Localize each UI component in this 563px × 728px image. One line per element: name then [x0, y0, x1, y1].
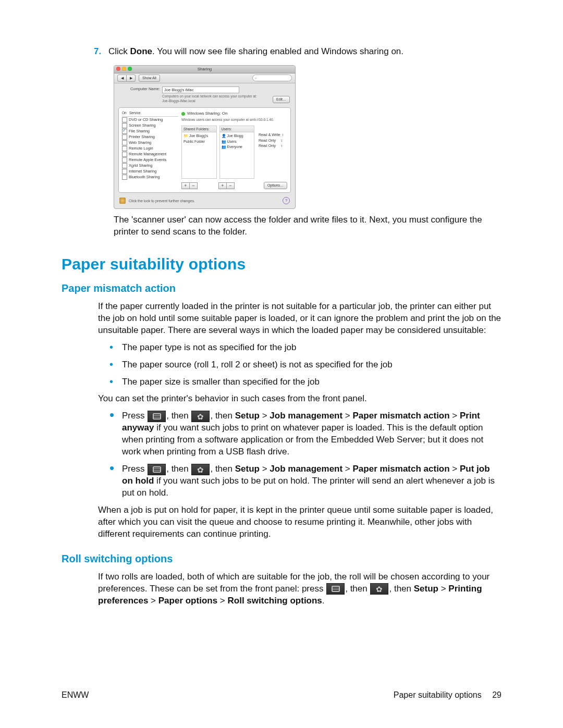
gear-panel-icon — [191, 464, 210, 475]
service-item[interactable]: Internet Sharing — [122, 168, 178, 174]
then-3b: , then — [389, 584, 413, 594]
computer-name-field[interactable]: Joe Blogg's iMac — [162, 87, 239, 93]
path-jobmgmt: Job management — [270, 464, 342, 474]
tail-1: if you want such jobs to print on whatev… — [122, 423, 483, 456]
mac-toolbar: ◀ ▶ Show All ⌕ — [114, 73, 295, 83]
folders-body[interactable]: 📁 Joe Blogg's Public Folder — [182, 132, 216, 178]
bullet-paper-type: The paper type is not as specified for t… — [109, 342, 501, 354]
folders-plusminus: +− — [181, 182, 198, 189]
service-checkbox[interactable] — [122, 123, 127, 128]
perm-row[interactable]: Read Only ⫶ — [259, 138, 286, 144]
service-checkbox[interactable] — [122, 169, 127, 174]
users-body: 👤 Joe Blogg👥 Users👥 Everyone — [220, 132, 254, 178]
path-paper-options: Paper options — [158, 596, 217, 606]
service-item[interactable]: Bluetooth Sharing — [122, 174, 178, 180]
then-2a: , then — [166, 464, 191, 474]
service-label: DVD or CD Sharing — [129, 117, 163, 122]
mismatch-p3: When a job is put on hold for paper, it … — [98, 504, 501, 540]
mismatch-bullets: The paper type is not as specified for t… — [109, 342, 501, 388]
options-button[interactable]: Options… — [264, 182, 287, 189]
service-item[interactable]: Screen Sharing — [122, 122, 178, 128]
heading-paper-suitability: Paper suitability options — [62, 254, 501, 275]
service-checkbox[interactable] — [122, 134, 127, 140]
minimize-icon[interactable] — [122, 67, 126, 71]
service-checkbox[interactable] — [122, 152, 127, 157]
service-item[interactable]: DVD or CD Sharing — [122, 117, 178, 122]
service-checkbox[interactable] — [122, 175, 127, 180]
bullet-paper-size: The paper size is smaller than specified… — [109, 376, 501, 388]
status-line: Windows Sharing: On — [181, 111, 287, 117]
tables-row: Shared Folders: 📁 Joe Blogg's Public Fol… — [181, 126, 287, 179]
perm-row[interactable]: Read & Write ⫶ — [259, 132, 286, 138]
service-label: Bluetooth Sharing — [129, 175, 160, 180]
user-row[interactable]: 👤 Joe Blogg — [222, 133, 253, 139]
service-item[interactable]: Remote Management — [122, 151, 178, 157]
service-item[interactable]: Xgrid Sharing — [122, 163, 178, 168]
mac-titlebar: Sharing — [114, 66, 295, 73]
gt: > — [148, 596, 158, 606]
users-plusminus: +− — [218, 182, 235, 189]
mismatch-p1: If the paper currently loaded in the pri… — [98, 301, 501, 337]
lock-icon[interactable] — [119, 198, 126, 204]
close-icon[interactable] — [116, 67, 120, 71]
shared-folders-box: Shared Folders: 📁 Joe Blogg's Public Fol… — [181, 126, 217, 179]
after-screenshot-text: The 'scanner user' can now access the fo… — [114, 214, 501, 238]
zoom-icon[interactable] — [128, 67, 132, 71]
perm-row[interactable]: Read Only ⫶ — [259, 143, 286, 149]
service-label: Xgrid Sharing — [129, 163, 152, 168]
gear-panel-icon — [191, 411, 210, 422]
computer-name-label: Computer Name: — [119, 87, 160, 92]
gt: > — [260, 411, 270, 421]
show-all-button[interactable]: Show All — [139, 75, 160, 82]
services-column: On Service DVD or CD SharingScreen Shari… — [122, 111, 178, 189]
service-checkbox[interactable] — [122, 129, 127, 134]
step-bold: Done — [130, 46, 153, 56]
computer-name-sub: Computers on your local network can acce… — [162, 94, 261, 104]
users-head: Users: — [220, 126, 254, 132]
forward-button[interactable]: ▶ — [127, 75, 136, 82]
mismatch-p2: You can set the printer's behavior in su… — [98, 393, 501, 405]
path-setup: Setup — [235, 411, 260, 421]
add-user-button[interactable]: + — [218, 182, 227, 189]
service-label: Remote Management — [129, 152, 166, 157]
service-checkbox[interactable] — [122, 146, 127, 151]
service-checkbox[interactable] — [122, 140, 127, 145]
service-checkbox[interactable] — [122, 163, 127, 168]
search-input[interactable]: ⌕ — [252, 75, 292, 81]
user-row[interactable]: 👥 Users — [222, 139, 253, 145]
step-7: 7. Click Done. You will now see file sha… — [94, 46, 501, 58]
gt: > — [342, 464, 352, 474]
service-label: File Sharing — [129, 129, 150, 134]
service-checkbox[interactable] — [122, 117, 127, 122]
service-item[interactable]: Printer Sharing — [122, 134, 178, 140]
service-label: Printer Sharing — [129, 134, 155, 140]
service-item[interactable]: Remote Login — [122, 145, 178, 151]
status-sub: Windows users can access your computer a… — [181, 118, 287, 122]
service-item[interactable]: Remote Apple Events — [122, 157, 178, 163]
press-2: Press — [122, 464, 147, 474]
back-button[interactable]: ◀ — [117, 75, 127, 82]
help-icon[interactable]: ? — [283, 197, 290, 204]
remove-folder-button[interactable]: − — [190, 182, 198, 189]
add-folder-button[interactable]: + — [181, 182, 190, 189]
remove-user-button[interactable]: − — [227, 182, 235, 189]
col-service: Service — [129, 111, 141, 116]
status-title: Windows Sharing: On — [187, 111, 227, 117]
user-row[interactable]: 👥 Everyone — [222, 144, 253, 150]
status-dot-icon — [181, 112, 185, 116]
service-checkbox[interactable] — [122, 157, 127, 163]
traffic-lights — [116, 67, 132, 71]
edit-button[interactable]: Edit… — [273, 96, 290, 103]
service-label: Web Sharing — [129, 140, 151, 145]
path-setup: Setup — [414, 584, 438, 594]
perms-body: Read & Write ⫶Read Only ⫶Read Only ⫶ — [257, 131, 287, 179]
gt: > — [260, 464, 270, 474]
perms-box: Read & Write ⫶Read Only ⫶Read Only ⫶ — [257, 126, 287, 179]
step-pre: Click — [108, 46, 130, 56]
mismatch-procedures: Press , then , then Setup > Job manageme… — [109, 410, 501, 499]
service-item[interactable]: File Sharing — [122, 128, 178, 134]
service-item[interactable]: Web Sharing — [122, 140, 178, 145]
path-mismatch: Paper mismatch action — [353, 411, 450, 421]
procedure-put-on-hold: Press , then , then Setup > Job manageme… — [109, 463, 501, 499]
sharing-panel: On Service DVD or CD SharingScreen Shari… — [118, 107, 291, 193]
